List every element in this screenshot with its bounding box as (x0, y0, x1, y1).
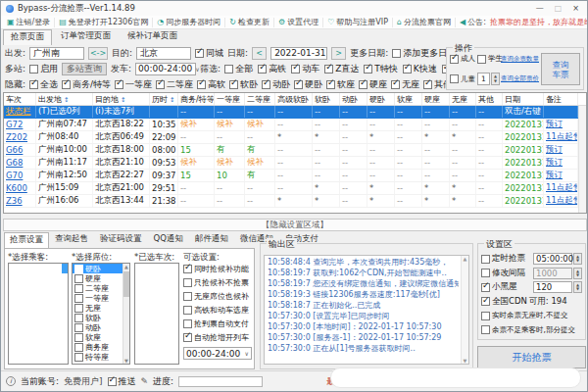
spinner-control[interactable]: ▲▼ (573, 268, 582, 279)
hide-seat-checkbox-box[interactable]: ✓ (156, 80, 165, 89)
seat-option[interactable]: 硬卧 (73, 264, 122, 273)
seat-option[interactable]: 软卧 (73, 313, 122, 322)
hide-seat-checkbox-box[interactable]: ✓ (262, 80, 270, 89)
train-row[interactable]: G66广州南10:00北京西18:0008:0015有有------------… (4, 144, 586, 157)
adult-checkbox[interactable]: ✓成人 (450, 54, 475, 64)
setting-checkbox-box[interactable] (481, 312, 490, 320)
setting-checkbox[interactable]: ✓全国CDN (481, 296, 527, 308)
setting-row[interactable]: 余票不足乘客时,部分提交 (478, 323, 585, 338)
adult-checkbox-box[interactable]: ✓ (450, 55, 459, 64)
settings-tab-1[interactable]: 抢票设置 (4, 232, 49, 248)
cell[interactable]: Z36 (4, 195, 36, 207)
spin-down-icon[interactable]: ▼ (574, 287, 581, 291)
swap-stations-button[interactable]: <-> (88, 47, 108, 60)
column-header[interactable]: 车次 (4, 93, 36, 105)
grab-option-checkbox-box[interactable] (183, 292, 192, 301)
setting-input[interactable]: 120 (533, 281, 572, 293)
setting-checkbox-box[interactable]: ✓ (481, 297, 490, 306)
next-date-button[interactable]: > (331, 47, 346, 60)
seat-checkbox[interactable] (74, 343, 83, 352)
seat-option[interactable]: 硬座 (73, 273, 122, 283)
train-row[interactable]: Z36广州16:06北京西13:4421:38------**--*--**--… (4, 195, 586, 208)
cell[interactable]: 预订 (544, 119, 578, 130)
close-button[interactable]: × (572, 4, 579, 13)
train-type-checkbox-box[interactable]: ✓ (291, 65, 300, 74)
same-city-checkbox-box[interactable]: ✓ (195, 49, 204, 58)
student-checkbox[interactable]: 学生 (477, 54, 503, 64)
scroll-down-icon[interactable]: ▼ (123, 358, 129, 364)
train-row[interactable]: G72广州南07:47北京西18:2210:35候补候补候补----------… (4, 119, 586, 131)
hide-seat-checkbox-box[interactable]: ✓ (294, 80, 303, 89)
menu-item[interactable]: ⌂分流抢票官网 (393, 18, 456, 27)
column-header[interactable]: 二等座 (245, 93, 275, 105)
column-header[interactable]: 出发地 ↕ (36, 93, 93, 105)
same-city-checkbox[interactable]: ✓同城 (195, 47, 223, 60)
grab-option-row[interactable]: ✓自动抢增开列车 (183, 330, 254, 344)
hide-seat-checkbox[interactable]: ✓软座 (326, 78, 355, 91)
grab-option-row[interactable]: 高铁和动车选座 (183, 303, 254, 317)
spinner-control[interactable]: ▲▼ (573, 253, 582, 265)
hide-seat-checkbox-box[interactable]: ✓ (197, 80, 206, 89)
column-header[interactable]: 备注 (544, 93, 578, 105)
train-row[interactable]: G68广州南11:17北京西21:1009:53候补候补候补----------… (4, 157, 586, 170)
menu-item[interactable]: ▣注销/登录 (3, 18, 55, 27)
passenger-listbox[interactable] (8, 263, 69, 365)
query-remaining-link[interactable]: 查询余票数量 (501, 55, 539, 64)
hide-seat-checkbox[interactable]: ✓全选 (29, 78, 58, 91)
hide-seat-checkbox-box[interactable]: ✓ (62, 80, 71, 89)
grab-time-range-select[interactable]: 00:00-24:00∨ (183, 347, 252, 360)
tab-3[interactable]: 候补订单页面 (120, 28, 185, 45)
spinner-control[interactable]: ▲▼ (573, 281, 582, 293)
minimize-button[interactable]: — (536, 4, 544, 13)
seat-option[interactable]: 软座 (73, 332, 122, 342)
cell[interactable]: 11点起售 (544, 182, 578, 194)
multi-station-enable-checkbox-box[interactable] (29, 65, 38, 74)
push-checkbox-box[interactable]: ✓ (108, 377, 117, 386)
hide-seat-checkbox[interactable]: ✓软卧 (229, 78, 258, 91)
seat-option[interactable]: 动卧 (73, 322, 122, 332)
column-header[interactable]: 软卧 (313, 93, 340, 105)
add-more-dates-checkbox-box[interactable] (392, 49, 401, 58)
cell[interactable]: 11点起售 (544, 195, 578, 207)
spinner-control[interactable]: ▲▼ (491, 73, 500, 85)
column-header[interactable]: 高级软卧 (275, 93, 313, 105)
settings-tab-4[interactable]: QQ通知 (148, 231, 189, 248)
grab-option-checkbox-box[interactable] (183, 278, 192, 287)
scroll-up-icon[interactable]: ▲ (464, 257, 467, 261)
seat-option[interactable]: 特等座 (73, 352, 122, 362)
grab-option-checkbox[interactable]: 高铁和动车选座 (183, 305, 249, 316)
hide-seat-checkbox-box[interactable]: ✓ (359, 80, 368, 89)
scroll-down-icon[interactable]: ▼ (464, 359, 467, 363)
query-tickets-button[interactable]: 查询车票 (541, 53, 580, 85)
query-price-link[interactable]: 查询全部票价 (501, 74, 539, 83)
grab-option-checkbox[interactable]: 无座席位也候补 (183, 291, 249, 302)
seat-checkbox[interactable] (74, 265, 83, 273)
log-scrollbar[interactable]: ▲ ▼ (461, 256, 468, 364)
column-header[interactable]: 商务/特等 (178, 93, 215, 105)
train-type-checkbox[interactable]: ✓高铁 (258, 63, 286, 75)
train-row[interactable]: K600广州15:09北京西21:0029:51--------*--*--**… (4, 182, 586, 195)
grab-option-checkbox[interactable]: 只抢候补不抢票 (183, 277, 249, 288)
setting-checkbox[interactable]: 实时余票无座时,不提交 (481, 311, 567, 320)
cell[interactable]: G72 (4, 119, 36, 130)
cell[interactable]: G66 (4, 144, 36, 156)
train-row[interactable]: Z202广州08:40北京西06:4922:09------**--*--**-… (4, 131, 586, 144)
grab-option-checkbox-box[interactable]: ✓ (183, 333, 192, 342)
seat-checkbox[interactable] (74, 304, 83, 313)
to-station-input[interactable]: 北京 (136, 47, 191, 60)
setting-input[interactable]: 05:00:00 (533, 253, 572, 265)
hide-seat-checkbox-box[interactable]: ✓ (391, 80, 400, 89)
setting-row[interactable]: ✓全国CDN可用: 194 (478, 295, 585, 310)
grab-option-row[interactable]: ✓同时抢候补功能 (183, 262, 254, 275)
cell[interactable]: 预订 (544, 170, 578, 181)
scroll-up-icon[interactable]: ▲ (123, 264, 129, 270)
cell[interactable]: 预订 (544, 157, 578, 169)
train-row[interactable]: G70广州南12:50北京西22:2709:371510有-----------… (4, 170, 586, 182)
setting-row[interactable]: ✓小黑屋120▲▼ (478, 280, 585, 295)
settings-tab-2[interactable]: 查询起售 (49, 231, 94, 248)
setting-checkbox[interactable]: 修改间隔 (481, 268, 525, 279)
seat-checkbox[interactable] (74, 284, 83, 293)
settings-tab-5[interactable]: 邮件通知 (189, 231, 234, 248)
grab-option-checkbox-box[interactable] (183, 319, 192, 328)
column-header[interactable]: 其他 (476, 93, 503, 105)
